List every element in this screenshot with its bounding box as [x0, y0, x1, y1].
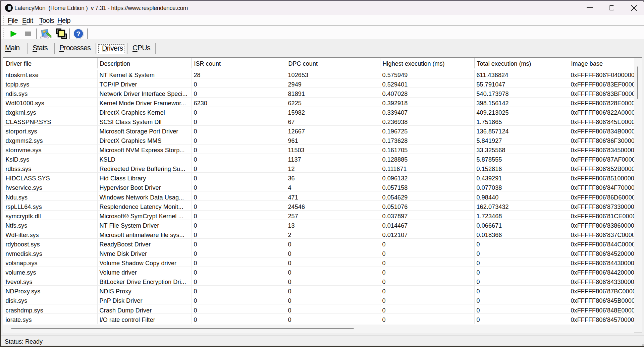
svg-text:?: ?: [76, 30, 80, 38]
